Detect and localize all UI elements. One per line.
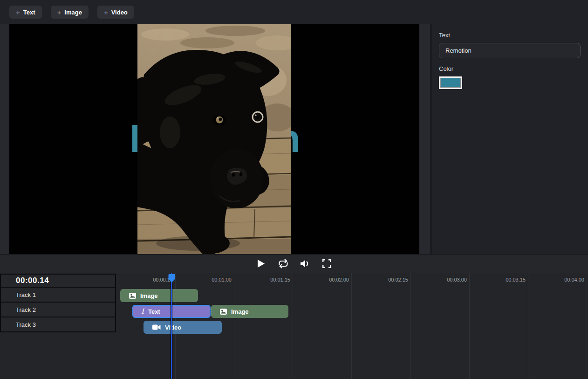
text-field-label: Text	[439, 32, 581, 39]
play-icon	[257, 259, 265, 268]
add-text-label: Text	[23, 9, 35, 16]
ruler-timestamp: 00:01.00	[190, 273, 232, 287]
grid-line	[351, 273, 352, 379]
text-icon: I	[141, 308, 144, 315]
clip-label: Image	[140, 292, 158, 299]
image-clip[interactable]: Image	[120, 289, 198, 302]
preview-canvas: Remotion	[9, 24, 419, 254]
image-icon	[129, 293, 136, 299]
ruler-timestamp: 00:02.00	[307, 273, 349, 287]
video-camera-icon	[152, 324, 161, 330]
grid-line	[410, 273, 411, 379]
plus-icon: +	[57, 9, 62, 16]
color-swatch-fill	[440, 78, 461, 88]
top-toolbar: + Text + Image + Video	[0, 0, 588, 24]
timeline-left-panel: 00:00.14 Track 1Track 2Track 3	[0, 274, 116, 332]
clip-label: Image	[231, 308, 249, 315]
track-label-1: Track 1	[0, 287, 116, 303]
fullscreen-button[interactable]	[320, 258, 334, 270]
dog-photo	[137, 24, 291, 254]
loop-icon	[277, 259, 289, 269]
add-video-button[interactable]: + Video	[97, 6, 134, 19]
stage-row: Remotion	[0, 24, 588, 254]
transport-bar	[0, 254, 588, 273]
image-clip[interactable]: Image	[211, 305, 288, 318]
ruler-timestamp: 00:00.15	[131, 273, 173, 287]
ruler-timestamp: 00:02.15	[366, 273, 408, 287]
current-timecode: 00:00.14	[0, 274, 116, 288]
inspector-panel: Text Color	[431, 24, 588, 254]
video-editor-app: + Text + Image + Video Remotion	[0, 0, 588, 379]
grid-line	[587, 273, 587, 379]
text-value-input[interactable]	[439, 43, 581, 58]
track-label-3: Track 3	[0, 317, 116, 332]
playhead-handle[interactable]	[168, 273, 176, 283]
plus-icon: +	[104, 9, 108, 16]
play-button[interactable]	[254, 258, 268, 270]
plus-icon: +	[16, 9, 20, 16]
track-label-2: Track 2	[0, 302, 116, 317]
color-field-label: Color	[439, 65, 581, 72]
add-video-label: Video	[111, 9, 128, 16]
loop-button[interactable]	[276, 258, 290, 270]
fullscreen-icon	[322, 259, 331, 268]
clip-label: Text	[148, 308, 160, 315]
grid-line	[234, 273, 234, 379]
track-list: Track 1Track 2Track 3	[0, 287, 116, 332]
clip-label: Video	[165, 324, 181, 331]
add-text-button[interactable]: + Text	[9, 6, 42, 19]
video-clip[interactable]: Video	[144, 321, 222, 334]
volume-icon	[300, 259, 310, 268]
color-picker-swatch[interactable]	[439, 76, 462, 89]
image-icon	[220, 309, 227, 315]
add-image-label: Image	[64, 9, 82, 16]
add-image-button[interactable]: + Image	[51, 6, 89, 19]
ruler-timestamp: 00:01.15	[248, 273, 290, 287]
playhead-line[interactable]	[171, 273, 172, 379]
ruler-timestamp: 00:04.00	[542, 273, 584, 287]
volume-button[interactable]	[298, 258, 312, 270]
grid-line	[528, 273, 528, 379]
grid-line	[469, 273, 470, 379]
timeline: 00:00.1500:01.0000:01.1500:02.0000:02.15…	[0, 273, 588, 379]
grid-line	[293, 273, 293, 379]
ruler-timestamp: 00:03.15	[484, 273, 526, 287]
ruler-timestamp: 00:03.00	[425, 273, 467, 287]
